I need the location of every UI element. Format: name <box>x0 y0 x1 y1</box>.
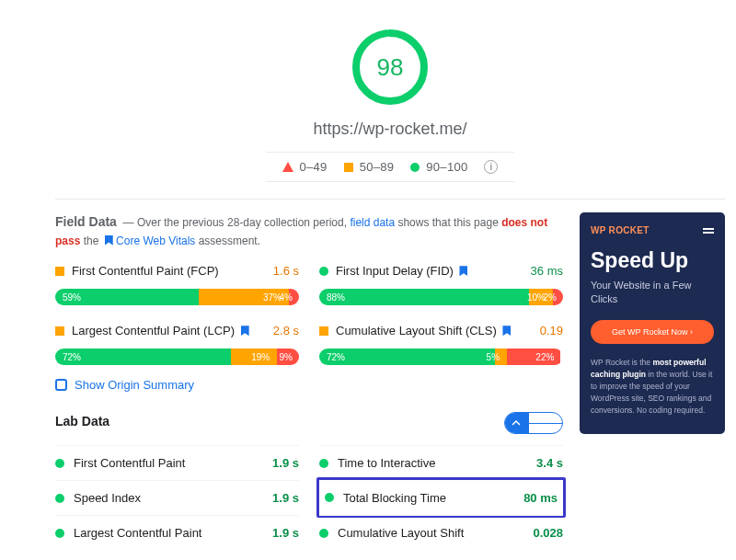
metric-value: 1.9 s <box>272 491 299 505</box>
score-legend: 0–49 50–89 90–100 i <box>266 152 515 182</box>
metric-value: 1.9 s <box>272 456 299 470</box>
sq-icon <box>55 267 64 276</box>
metric-name: Largest Contentful Paint <box>74 526 263 540</box>
circle-icon <box>55 459 64 468</box>
score-gauge: 98 <box>351 28 430 107</box>
field-metric: Cumulative Layout Shift (CLS) 0.1972%5%2… <box>319 318 563 365</box>
circle-icon <box>55 529 64 538</box>
metric-value: 3.4 s <box>536 456 563 470</box>
triangle-icon <box>282 162 293 172</box>
hero-headline: Speed Up <box>591 248 714 273</box>
bookmark-icon <box>105 235 113 246</box>
metric-name: Largest Contentful Paint (LCP) <box>72 324 249 337</box>
screenshot-preview: WP ROCKET Speed Up Your Website in a Few… <box>580 212 725 434</box>
hero-blurb: WP Rocket is the most powerful caching p… <box>591 357 714 417</box>
cta-button: Get WP Rocket Now › <box>591 320 714 344</box>
circle-icon <box>319 529 328 538</box>
audited-url: https://wp-rocket.me/ <box>55 120 725 139</box>
distribution-bar: 88%10%2% <box>319 289 563 305</box>
view-toggle[interactable] <box>504 412 563 434</box>
metric-value: 2.8 s <box>257 324 299 337</box>
metric-value: 1.9 s <box>272 526 299 540</box>
menu-icon <box>703 226 714 235</box>
circle-icon <box>325 493 334 502</box>
score-value: 98 <box>377 53 404 82</box>
metric-value: 0.028 <box>533 526 563 540</box>
circle-icon <box>410 163 420 172</box>
bookmark-icon <box>502 326 511 336</box>
checkbox-icon <box>55 379 67 391</box>
lab-metric: Largest Contentful Paint 1.9 s <box>55 515 299 550</box>
square-icon <box>344 163 353 172</box>
lab-metric: Total Blocking Time 80 ms <box>316 477 566 518</box>
metric-name: Total Blocking Time <box>343 491 514 505</box>
legend-mid: 50–89 <box>360 160 395 174</box>
metric-value: 36 ms <box>521 264 563 278</box>
legend-good: 90–100 <box>426 160 467 174</box>
toggle-expand-icon <box>529 413 562 433</box>
circ-icon <box>319 267 328 276</box>
origin-label: Show Origin Summary <box>75 378 194 392</box>
sq-icon <box>55 326 64 336</box>
legend-bad: 0–49 <box>300 160 328 174</box>
field-metric: First Contentful Paint (FCP) 1.6 s59%37%… <box>55 258 299 305</box>
toggle-collapse-icon <box>505 413 529 433</box>
metric-name: First Contentful Paint <box>74 456 263 470</box>
lab-metric: Cumulative Layout Shift 0.028 <box>319 515 563 550</box>
metric-value: 0.19 <box>521 324 563 337</box>
brand-logo: WP ROCKET <box>591 225 650 235</box>
metric-name: Cumulative Layout Shift (CLS) <box>336 324 513 337</box>
bookmark-icon <box>459 266 467 276</box>
distribution-bar: 72%5%22% <box>319 349 563 365</box>
distribution-bar: 72%19%9% <box>55 349 299 365</box>
lab-metric: Time to Interactive 3.4 s <box>319 445 563 480</box>
metric-name: Time to Interactive <box>338 456 527 470</box>
lab-metric: First Contentful Paint 1.9 s <box>55 445 299 480</box>
distribution-bar: 59%37%4% <box>55 289 299 305</box>
metric-value: 1.6 s <box>257 264 299 278</box>
lab-data-title: Lab Data <box>55 414 109 429</box>
bookmark-icon <box>241 326 249 336</box>
sq-icon <box>319 326 328 336</box>
show-origin-summary[interactable]: Show Origin Summary <box>55 378 563 392</box>
core-web-vitals-link[interactable]: Core Web Vitals <box>116 234 195 247</box>
lab-metric: Speed Index 1.9 s <box>55 480 299 515</box>
hero-sub: Your Website in a Few Clicks <box>591 279 714 307</box>
metric-name: First Input Delay (FID) <box>336 264 513 278</box>
metric-name: Cumulative Layout Shift <box>338 526 523 540</box>
metric-name: Speed Index <box>74 491 263 505</box>
circle-icon <box>55 494 64 503</box>
field-data-link[interactable]: field data <box>350 216 395 229</box>
circle-icon <box>319 459 328 468</box>
field-metric: First Input Delay (FID) 36 ms88%10%2% <box>319 258 563 305</box>
info-icon[interactable]: i <box>484 160 498 174</box>
metric-value: 80 ms <box>523 491 558 505</box>
field-metric: Largest Contentful Paint (LCP) 2.8 s72%1… <box>55 318 299 365</box>
metric-name: First Contentful Paint (FCP) <box>72 264 249 278</box>
field-data-title: Field Data <box>55 214 117 229</box>
